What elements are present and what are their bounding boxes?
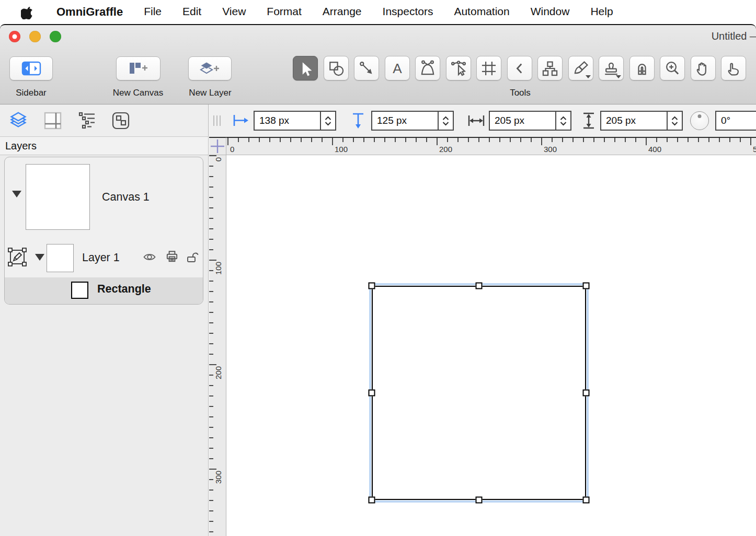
layer-lock-icon[interactable] <box>186 250 202 264</box>
v-ruler-tick <box>209 437 213 438</box>
shape-tool-button[interactable] <box>324 56 349 80</box>
h-ruler-tick <box>405 138 406 142</box>
close-button[interactable] <box>9 31 20 42</box>
point-editor-tool-button[interactable] <box>446 56 471 80</box>
zoom-window-button[interactable] <box>50 31 61 42</box>
toggle-sidebar-button[interactable] <box>9 56 53 80</box>
selection-handle-se[interactable] <box>583 497 590 504</box>
tab-objects[interactable] <box>110 110 132 132</box>
pan-tool-icon <box>694 60 712 77</box>
h-ruler-tick <box>688 138 689 142</box>
v-ruler-tick <box>209 395 213 397</box>
menu-item-view[interactable]: View <box>222 5 246 19</box>
h-ruler-tick <box>468 138 469 142</box>
action-browse-tool-button[interactable] <box>721 56 746 80</box>
tab-canvases[interactable] <box>42 110 64 132</box>
y-position-stepper[interactable] <box>438 112 453 130</box>
selection-tool-button[interactable] <box>293 56 318 80</box>
layer-print-icon[interactable] <box>165 249 179 264</box>
stamp-tool-button[interactable] <box>599 56 624 80</box>
v-ruler-tick <box>209 228 213 229</box>
canvas-thumbnail[interactable] <box>26 164 90 230</box>
menu-item-help[interactable]: Help <box>590 5 613 19</box>
height-icon <box>581 112 596 130</box>
selection-handle-sw[interactable] <box>369 497 375 504</box>
v-ruler-label: 100 <box>214 262 223 275</box>
v-ruler-tick <box>209 364 216 365</box>
menu-item-edit[interactable]: Edit <box>182 5 201 19</box>
selection-handle-w[interactable] <box>369 390 375 397</box>
x-position-stepper[interactable] <box>320 112 335 130</box>
menu-item-arrange[interactable]: Arrange <box>323 5 362 19</box>
magnet-tool-button[interactable] <box>629 56 655 80</box>
selection-handle-ne[interactable] <box>583 283 590 289</box>
v-ruler-tick <box>209 197 213 198</box>
layer-disclosure-triangle[interactable] <box>35 254 44 261</box>
menu-item-file[interactable]: File <box>144 5 162 19</box>
bar-drag-handle[interactable] <box>213 115 222 126</box>
h-ruler-tick <box>677 138 678 142</box>
width-field[interactable]: 205 px <box>489 111 571 131</box>
tab-outline[interactable] <box>76 110 98 132</box>
action-browse-tool-icon <box>725 60 742 77</box>
layer-thumbnail[interactable] <box>47 244 74 272</box>
h-ruler-tick <box>499 138 500 142</box>
v-ruler-label: 0 <box>214 157 223 161</box>
selection-handle-n[interactable] <box>476 283 483 289</box>
stamp-tool-icon <box>602 60 620 77</box>
h-ruler-tick <box>290 138 291 142</box>
new-canvas-button[interactable] <box>116 56 161 80</box>
v-ruler-tick <box>209 448 213 449</box>
layers-tab-icon <box>8 111 29 131</box>
objects-tab-icon <box>111 111 131 131</box>
new-layer-button[interactable] <box>188 56 232 80</box>
layer-visibility-icon[interactable] <box>142 251 157 263</box>
artboard-tool-icon <box>480 60 498 77</box>
apple-menu-icon[interactable] <box>21 5 33 19</box>
ruler-crosshair-icon <box>209 138 225 155</box>
rectangle-shape[interactable] <box>372 286 586 500</box>
canvas-name[interactable]: Canvas 1 <box>102 191 150 204</box>
line-tool-button[interactable] <box>354 56 379 80</box>
menu-item-automation[interactable]: Automation <box>454 5 509 19</box>
diagram-tool-icon <box>541 60 559 77</box>
selection-handle-s[interactable] <box>476 497 483 504</box>
menu-item-window[interactable]: Window <box>531 5 570 19</box>
tab-layers[interactable] <box>7 110 29 132</box>
h-ruler-tick <box>227 138 228 145</box>
object-swatch <box>71 282 88 299</box>
h-ruler-tick <box>457 138 459 142</box>
x-position-value: 138 px <box>255 115 320 126</box>
collapse-tool-button[interactable] <box>507 56 532 80</box>
layers-sidebar: Layers Canvas 1 Layer 1 <box>0 137 209 536</box>
selection-handle-nw[interactable] <box>369 283 375 289</box>
pan-tool-button[interactable] <box>691 56 716 80</box>
text-tool-icon: A <box>388 60 406 77</box>
object-row-rectangle[interactable]: Rectangle <box>5 277 203 305</box>
drawing-canvas[interactable] <box>226 155 756 536</box>
y-position-field[interactable]: 125 px <box>371 111 454 131</box>
menu-item-format[interactable]: Format <box>267 5 302 19</box>
text-tool-button[interactable]: A <box>385 56 410 80</box>
artboard-tool-button[interactable] <box>476 56 501 80</box>
selection-handle-e[interactable] <box>583 390 590 397</box>
height-stepper[interactable] <box>667 112 682 130</box>
x-position-field[interactable]: 138 px <box>254 111 336 131</box>
height-field[interactable]: 205 px <box>600 111 683 131</box>
menu-item-inspectors[interactable]: Inspectors <box>383 5 433 19</box>
h-ruler-label: 200 <box>439 145 452 154</box>
style-brush-tool-button[interactable] <box>568 56 593 80</box>
v-ruler-tick <box>209 343 213 344</box>
diagram-tool-button[interactable] <box>537 56 563 80</box>
h-ruler-tick <box>332 138 333 145</box>
width-stepper[interactable] <box>555 112 570 130</box>
zoom-tool-button[interactable] <box>660 56 685 80</box>
rotation-dial[interactable] <box>690 111 709 130</box>
menu-item-omnigraffle[interactable]: OmniGraffle <box>56 5 123 19</box>
minimize-button[interactable] <box>29 31 41 42</box>
canvas-disclosure-triangle[interactable] <box>12 191 21 197</box>
pen-tool-button[interactable] <box>415 56 440 80</box>
rotation-field[interactable]: 0° <box>715 111 756 131</box>
layer-name[interactable]: Layer 1 <box>82 251 120 264</box>
magnet-tool-icon <box>633 60 651 77</box>
